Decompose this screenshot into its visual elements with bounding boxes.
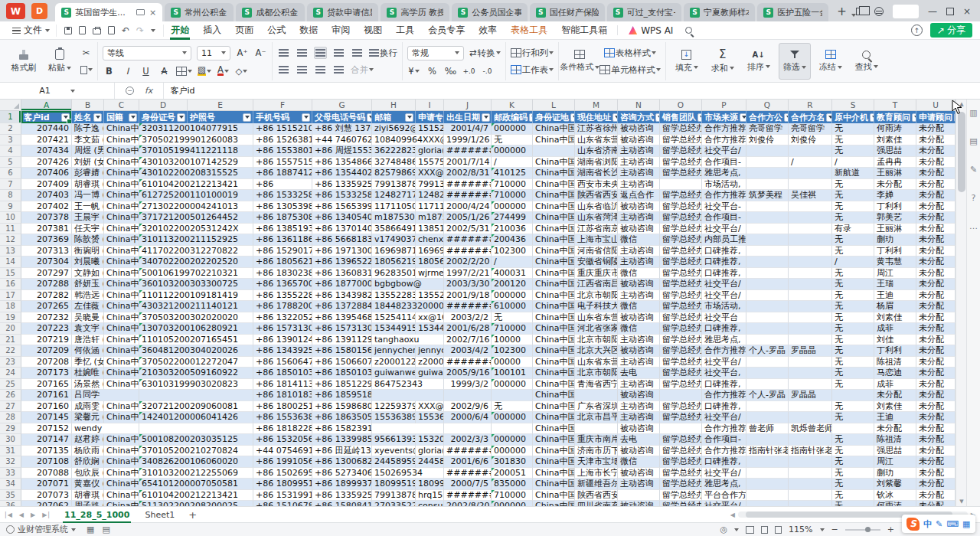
cell-P10[interactable]: 合作项目-: [702, 212, 746, 224]
cell-O7[interactable]: [660, 179, 702, 191]
file-tab[interactable]: S国任财产保险样本.x: [530, 3, 605, 21]
vertical-scroll-thumb[interactable]: [958, 112, 965, 192]
row-header-7[interactable]: 7: [0, 179, 21, 191]
filter-dropdown-icon[interactable]: [740, 113, 746, 122]
cell-I30[interactable]: 153205639: [416, 434, 444, 446]
cell-J18[interactable]: ########: [444, 301, 492, 312]
cell-A28[interactable]: 207145: [21, 412, 72, 423]
cell-D21[interactable]: 110105200207165451: [139, 335, 253, 346]
cell-N3[interactable]: 被动咨询: [618, 135, 660, 146]
column-header-P[interactable]: P: [702, 100, 746, 110]
account-chip[interactable]: [893, 5, 919, 18]
cell-U10[interactable]: 未分配: [916, 212, 956, 224]
cell-G4[interactable]: +86 周煜155380: [312, 145, 372, 157]
cell-G23[interactable]: +86 1506607386: [312, 357, 372, 368]
cell-Q28[interactable]: [746, 412, 789, 423]
cell-G29[interactable]: +86 1582391866: [312, 423, 372, 435]
cell-B23[interactable]: 季忆 (女): [72, 357, 104, 368]
cell-C9[interactable]: China中国: [104, 201, 139, 213]
cell-A5[interactable]: 207426: [21, 157, 72, 168]
cell-G22[interactable]: +86 1580156591: [312, 345, 372, 357]
cell-G3[interactable]: +44 7460762888: [312, 135, 372, 146]
cell-R23[interactable]: [789, 357, 832, 368]
cell-O19[interactable]: 留学总经办: [660, 312, 702, 324]
cell-S5[interactable]: /: [832, 157, 874, 168]
cell-S4[interactable]: 无: [832, 145, 874, 157]
column-header-I[interactable]: I: [416, 100, 444, 110]
cell-H11[interactable]: 358664913: [372, 224, 416, 235]
cell-D22[interactable]: 360481200304020026: [139, 345, 253, 357]
cell-L30[interactable]: China中国: [533, 434, 575, 446]
cell-C24[interactable]: China中国: [104, 368, 139, 379]
cell-O11[interactable]: 留学总经办: [660, 224, 702, 235]
cell-U31[interactable]: 未分配: [916, 446, 956, 457]
cell-P3[interactable]: 合作方推荐: [702, 135, 746, 146]
cell-O17[interactable]: 留学总经办: [660, 290, 702, 302]
cell-K14[interactable]: /: [492, 257, 533, 268]
cell-S3[interactable]: 无: [832, 135, 874, 146]
column-header-B[interactable]: B: [72, 100, 104, 110]
cell-C32[interactable]: China中国: [104, 456, 139, 468]
cell-N20[interactable]: 微信: [618, 323, 660, 335]
cell-F22[interactable]: +86 13439252: [253, 345, 312, 357]
row-header-4[interactable]: 4: [0, 145, 21, 157]
menu-item-页面[interactable]: 页面: [228, 21, 260, 40]
cell-C16[interactable]: China中国: [104, 279, 139, 290]
cell-I4[interactable]: gloria@uk: [416, 145, 444, 157]
cell-M30[interactable]: 重庆市南岸: [575, 434, 618, 446]
cell-Q13[interactable]: [746, 246, 789, 257]
cell-Q26[interactable]: 个人-罗晶: [746, 390, 789, 401]
cell-U12[interactable]: 未分配: [916, 234, 956, 246]
filter-dropdown-icon[interactable]: [826, 113, 832, 122]
cell-B22[interactable]: 何依涵 (女: [72, 345, 104, 357]
cell-S14[interactable]: /: [832, 257, 874, 268]
cell-H5[interactable]: 327484864: [372, 157, 416, 168]
cell-D36[interactable]: 511302200208200025: [139, 501, 253, 506]
cell-M26[interactable]: [575, 390, 618, 401]
row-header-31[interactable]: 31: [0, 446, 21, 457]
cell-F9[interactable]: +86 13053983: [253, 201, 312, 213]
cell-T6[interactable]: 王丽淋: [874, 168, 916, 179]
zoom-caret-icon[interactable]: [820, 528, 825, 531]
cell-K20[interactable]: 710000: [492, 323, 533, 335]
field-header-O[interactable]: 销售团队: [660, 111, 702, 123]
cell-G25[interactable]: +86 1851229020: [312, 379, 372, 391]
cell-U15[interactable]: 未分配: [916, 268, 956, 279]
cell-I9[interactable]: 117110505: [416, 201, 444, 213]
cell-U26[interactable]: 未分配: [916, 390, 956, 401]
insert-function-icon[interactable]: fx: [145, 86, 152, 96]
cell-R24[interactable]: [789, 368, 832, 379]
cell-B7[interactable]: 胡睿琪 (女: [72, 179, 104, 191]
cell-N29[interactable]: 被动咨询: [618, 423, 660, 435]
cell-Q20[interactable]: [746, 323, 789, 335]
copy-button[interactable]: [80, 64, 93, 76]
ime-toolbox-icon[interactable]: ▦: [962, 519, 970, 529]
row-header-30[interactable]: 30: [0, 434, 21, 446]
cell-M13[interactable]: 河南省信阳: [575, 246, 618, 257]
cell-T24[interactable]: 马恋迪: [874, 368, 916, 379]
cell-Q30[interactable]: [746, 434, 789, 446]
sheet-nav-next-icon[interactable]: ▶: [31, 511, 36, 518]
cell-P32[interactable]: 口碑推荐,: [702, 456, 746, 468]
tool-查找-button[interactable]: 查找: [851, 43, 883, 80]
cell-M27[interactable]: 广东省深圳: [575, 401, 618, 413]
cell-Q34[interactable]: [746, 479, 789, 490]
cell-I34[interactable]: 180995191: [416, 479, 444, 490]
cell-O24[interactable]: 留学总经办: [660, 368, 702, 379]
cell-J13[interactable]: ########: [444, 246, 492, 257]
cell-O22[interactable]: 留学总经办: [660, 345, 702, 357]
cell-U5[interactable]: 未分配: [916, 157, 956, 168]
row-header-8[interactable]: 8: [0, 190, 21, 201]
cell-T8[interactable]: 李婵: [874, 190, 916, 201]
cell-L23[interactable]: China中国: [533, 357, 575, 368]
cell-U34[interactable]: 未分配: [916, 479, 956, 490]
cell-D15[interactable]: 500106199702210321: [139, 268, 253, 279]
cell-A33[interactable]: 207088: [21, 468, 72, 479]
cell-L33[interactable]: China中国: [533, 468, 575, 479]
cell-C18[interactable]: China中国: [104, 301, 139, 312]
cell-B19[interactable]: 吴晓曼 (女: [72, 312, 104, 324]
cell-T32[interactable]: 周江: [874, 456, 916, 468]
cell-C20[interactable]: China中国: [104, 323, 139, 335]
cell-C7[interactable]: China中国: [104, 179, 139, 191]
scroll-up-icon[interactable]: ▲: [956, 101, 967, 107]
